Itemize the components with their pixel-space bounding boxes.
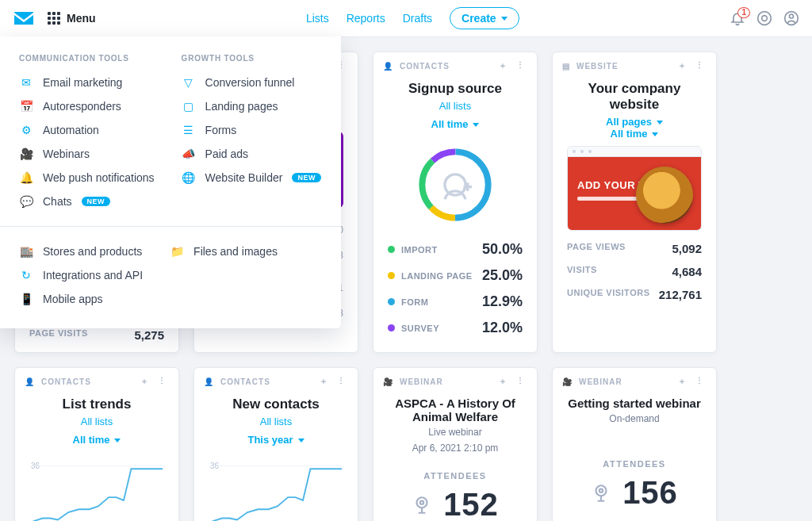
menu-item-paid-ads[interactable]: 📣Paid ads xyxy=(182,142,321,166)
card-webinar-getting-started: 🎥WEBINAR＋⋮ Getting started webinar On-de… xyxy=(552,367,717,521)
gear-icon: ⚙ xyxy=(19,123,33,137)
filter-lists[interactable]: All lists xyxy=(29,416,164,427)
more-icon[interactable]: ⋮ xyxy=(695,376,707,387)
legend-row: SURVEY12.0% xyxy=(388,315,523,341)
browser-icon: ▤ xyxy=(562,62,570,71)
help-icon[interactable] xyxy=(756,10,772,26)
mobile-icon: 📱 xyxy=(19,292,33,306)
notifications-icon[interactable]: 1 xyxy=(730,10,745,26)
funnel-icon: ▽ xyxy=(182,75,196,90)
webcam-icon: 🎥 xyxy=(383,377,393,386)
menu-label: Menu xyxy=(67,12,96,25)
donut-chart xyxy=(388,141,523,228)
webcam-icon xyxy=(412,495,432,515)
avatar-icon: 👤 xyxy=(204,377,214,386)
section-label: CONTACTS xyxy=(400,62,450,71)
add-widget-icon[interactable]: ＋ xyxy=(499,376,510,387)
card-title: ASPCA - A History Of Animal Welfare xyxy=(388,396,523,423)
mega-col-ecommerce: 🏬Stores and products ↻Integrations and A… xyxy=(19,239,143,311)
legend-row: IMPORT50.0% xyxy=(388,236,523,262)
add-widget-icon[interactable]: ＋ xyxy=(320,376,331,387)
attendees-count: 156 xyxy=(622,475,678,511)
envelope-icon: ✉ xyxy=(19,75,33,90)
more-icon[interactable]: ⋮ xyxy=(337,376,348,387)
svg-point-18 xyxy=(596,485,607,496)
attendees-label: ATTENDEES xyxy=(388,471,523,481)
page-icon: ▢ xyxy=(182,99,196,113)
new-badge: NEW xyxy=(292,173,321,182)
hero: ADD YOUR TITLE xyxy=(568,157,701,230)
browser-chrome xyxy=(568,147,701,157)
menu-item-files[interactable]: 📁Files and images xyxy=(170,239,278,263)
top-bar: Menu Lists Reports Drafts Create 1 xyxy=(0,0,812,37)
menu-item-autoresponders[interactable]: 📅Autoresponders xyxy=(19,94,155,118)
tab-lists[interactable]: Lists xyxy=(306,12,329,25)
filter-pages[interactable]: All pages xyxy=(567,116,702,128)
kpi-val: 5,275 xyxy=(134,328,164,342)
section-label: WEBINAR xyxy=(579,377,622,386)
webcam-icon: 🎥 xyxy=(562,377,573,386)
section-label: CONTACTS xyxy=(220,377,270,386)
menu-item-webinars[interactable]: 🎥Webinars xyxy=(19,142,155,166)
menu-item-landing-pages[interactable]: ▢Landing pages xyxy=(182,94,321,118)
more-icon[interactable]: ⋮ xyxy=(516,376,527,387)
chevron-down-icon xyxy=(657,121,663,125)
tab-drafts[interactable]: Drafts xyxy=(403,12,432,25)
webcam-icon xyxy=(591,483,611,504)
svg-point-16 xyxy=(417,497,427,508)
dot-icon xyxy=(388,324,395,331)
placeholder-line xyxy=(577,197,644,201)
filter-lists[interactable]: All lists xyxy=(209,416,343,427)
add-widget-icon[interactable]: ＋ xyxy=(678,376,689,387)
website-thumbnail[interactable]: ADD YOUR TITLE xyxy=(567,146,702,231)
section-label: WEBSITE xyxy=(576,62,619,71)
more-icon[interactable]: ⋮ xyxy=(158,376,169,387)
svg-point-3 xyxy=(789,14,793,18)
filter-time[interactable]: All time xyxy=(388,112,523,130)
calendar-icon: 📅 xyxy=(19,99,33,113)
divider xyxy=(0,226,341,227)
store-icon: 🏬 xyxy=(19,244,33,259)
avatar-icon: 👤 xyxy=(383,62,393,71)
menu-item-conversion-funnel[interactable]: ▽Conversion funnel xyxy=(182,71,321,94)
filter-time[interactable]: This year xyxy=(209,427,343,446)
section-label: WEBINAR xyxy=(400,377,443,386)
webinar-when: Apr 6, 2021 2:10 pm xyxy=(388,442,523,454)
menu-item-chats[interactable]: 💬Chats NEW xyxy=(19,190,155,213)
menu-item-web-push[interactable]: 🔔Web push notifications xyxy=(19,166,155,190)
tab-reports[interactable]: Reports xyxy=(347,12,385,25)
legend-row: LANDING PAGE25.0% xyxy=(388,262,523,289)
chevron-down-icon xyxy=(501,17,508,21)
mega-col-growth: GROWTH TOOLS ▽Conversion funnel ▢Landing… xyxy=(182,54,321,213)
filter-time[interactable]: All time xyxy=(29,427,164,446)
card-list-trends: 👤CONTACTS＋⋮ List trends All lists All ti… xyxy=(14,367,179,521)
mega-menu: COMMUNICATION TOOLS ✉Email marketing 📅Au… xyxy=(0,36,341,328)
menu-item-integrations[interactable]: ↻Integrations and API xyxy=(19,263,143,287)
menu-item-stores[interactable]: 🏬Stores and products xyxy=(19,239,143,263)
profile-icon[interactable] xyxy=(783,10,799,26)
menu-item-email-marketing[interactable]: ✉Email marketing xyxy=(19,71,155,94)
create-button[interactable]: Create xyxy=(450,7,519,29)
add-widget-icon[interactable]: ＋ xyxy=(140,376,151,387)
section-label: CONTACTS xyxy=(41,377,91,386)
more-icon[interactable]: ⋮ xyxy=(516,60,527,71)
apps-icon xyxy=(48,12,60,25)
filter-lists[interactable]: All lists xyxy=(388,100,523,112)
mega-col-files: 📁Files and images xyxy=(170,239,278,311)
notification-badge: 1 xyxy=(737,7,750,18)
menu-item-mobile-apps[interactable]: 📱Mobile apps xyxy=(19,287,143,311)
app-logo[interactable] xyxy=(13,10,35,26)
menu-item-website-builder[interactable]: 🌐Website Builder NEW xyxy=(182,166,321,190)
attendees-label: ATTENDEES xyxy=(567,459,702,469)
menu-item-automation[interactable]: ⚙Automation xyxy=(19,118,155,142)
add-widget-icon[interactable]: ＋ xyxy=(499,60,510,71)
legend-row: FORM12.9% xyxy=(388,289,523,315)
chevron-down-icon xyxy=(298,439,304,442)
menu-item-forms[interactable]: ☰Forms xyxy=(182,118,321,142)
folder-icon: 📁 xyxy=(170,244,184,259)
menu-button[interactable]: Menu xyxy=(48,12,96,25)
add-widget-icon[interactable]: ＋ xyxy=(678,60,689,71)
more-icon[interactable]: ⋮ xyxy=(695,60,707,71)
filter-time[interactable]: All time xyxy=(567,128,702,140)
svg-point-0 xyxy=(758,12,772,25)
